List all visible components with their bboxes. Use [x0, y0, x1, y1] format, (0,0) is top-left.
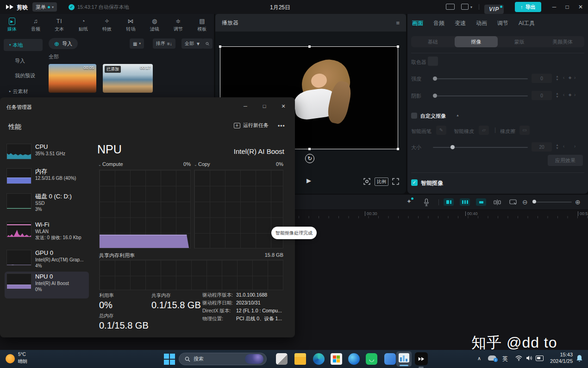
- mouse-mode-icon[interactable]: [509, 199, 517, 205]
- tab-audio[interactable]: ♫音频: [24, 15, 47, 34]
- speaker-icon[interactable]: [526, 355, 532, 361]
- stepper-icon[interactable]: ▲▼: [556, 143, 559, 150]
- browser-icon[interactable]: [348, 353, 360, 365]
- search-button[interactable]: [202, 38, 213, 49]
- color-picker-swatch[interactable]: [428, 57, 438, 66]
- menu-button[interactable]: 菜单▾: [32, 2, 57, 12]
- sidebar-item-presets[interactable]: 我的预设: [4, 70, 43, 82]
- tab-sticker[interactable]: ◔贴纸: [71, 15, 95, 34]
- ime-indicator[interactable]: 英: [502, 355, 508, 363]
- fit-view-icon[interactable]: [363, 178, 370, 185]
- tm-minimize-button[interactable]: ─: [238, 100, 252, 112]
- bell-icon[interactable]: [576, 355, 583, 362]
- zoom-out-icon[interactable]: ⊖: [522, 198, 528, 206]
- add-keyframe-icon[interactable]: ◆: [569, 93, 571, 97]
- zoom-in-icon[interactable]: ⊕: [575, 198, 581, 206]
- edge-icon[interactable]: [313, 353, 325, 365]
- magic-wand-icon[interactable]: ✦: [407, 198, 412, 205]
- weather-temp[interactable]: 5°C: [18, 352, 26, 357]
- tm-maximize-button[interactable]: □: [257, 100, 271, 112]
- strength-value[interactable]: 0: [532, 74, 552, 83]
- split-icon[interactable]: [494, 199, 501, 205]
- tab-adjust-props[interactable]: 调节: [497, 19, 508, 27]
- zoom-slider-handle[interactable]: [532, 200, 536, 203]
- mic-icon[interactable]: [424, 198, 429, 206]
- selection-handle[interactable]: [397, 45, 399, 48]
- prev-keyframe-icon[interactable]: ‹: [563, 75, 564, 80]
- export-button[interactable]: ↑导出: [515, 2, 541, 12]
- prev-keyframe-icon[interactable]: ‹: [563, 92, 564, 97]
- capcut-taskbar-button[interactable]: [415, 352, 428, 365]
- smart-eraser-icon[interactable]: ▱: [479, 126, 489, 135]
- next-keyframe-icon[interactable]: ›: [574, 144, 575, 149]
- apply-effect-button[interactable]: 应用效果: [548, 155, 583, 166]
- tray-date[interactable]: 2024/1/25: [549, 358, 573, 364]
- device-wifi[interactable]: Wi-FiWLAN发送: 0 接收: 16.0 Kbp: [5, 220, 89, 247]
- fullscreen-icon[interactable]: [392, 178, 399, 185]
- vip-button[interactable]: VIP: [484, 5, 504, 14]
- tab-picture[interactable]: 画面: [412, 19, 423, 27]
- tab-filter[interactable]: ◍滤镜: [143, 15, 166, 34]
- chevron-up-icon[interactable]: ∧: [477, 355, 481, 362]
- device-gpu[interactable]: GPU 0Intel(R) Arc(TM) Grap...4%: [5, 248, 89, 275]
- slider-handle[interactable]: [433, 94, 437, 98]
- sort-button[interactable]: 排序≡↓: [153, 38, 175, 49]
- zoom-slider[interactable]: [532, 202, 572, 203]
- run-new-task-button[interactable]: ⊕ 运行新任务: [234, 122, 269, 129]
- tab-adjust[interactable]: ≑调节: [166, 15, 190, 34]
- task-view-icon[interactable]: [276, 353, 288, 365]
- search-box[interactable]: 搜索: [179, 353, 267, 365]
- device-disk[interactable]: 磁盘 0 (C: D:)SSD3%: [5, 191, 89, 218]
- smart-matting-checkbox[interactable]: ✓: [411, 179, 418, 186]
- window-maximize-button[interactable]: □: [561, 0, 574, 14]
- window-minimize-button[interactable]: ─: [548, 0, 561, 14]
- selection-handle[interactable]: [308, 45, 311, 48]
- size-value[interactable]: 20: [532, 142, 552, 152]
- window-close-button[interactable]: ✕: [574, 0, 587, 14]
- sidebar-item-local[interactable]: ▾本地: [4, 39, 43, 51]
- ratio-button[interactable]: 比例: [375, 178, 388, 186]
- ellipsis-icon[interactable]: •••: [278, 123, 285, 129]
- slider-handle[interactable]: [450, 145, 455, 149]
- size-slider[interactable]: [433, 147, 528, 148]
- custom-matting-checkbox[interactable]: [411, 113, 417, 119]
- onedrive-cloud-icon[interactable]: i: [488, 355, 496, 361]
- shadow-value[interactable]: 0: [532, 91, 552, 100]
- task-manager-taskbar-button[interactable]: [396, 351, 412, 367]
- add-keyframe-icon[interactable]: ◆: [569, 76, 571, 80]
- filter-button[interactable]: 全部▼: [181, 38, 204, 49]
- selection-handle[interactable]: [308, 148, 311, 150]
- stepper-icon[interactable]: ▲▼: [556, 75, 559, 81]
- start-icon[interactable]: [164, 354, 175, 365]
- import-button[interactable]: ⊕导入: [49, 38, 78, 49]
- preview-axis-toggle-icon[interactable]: [476, 198, 486, 206]
- tab-transition[interactable]: ⋈转场: [119, 15, 143, 34]
- device-cpu[interactable]: CPU35% 3.51 GHz: [5, 142, 89, 165]
- collapse-caret-icon[interactable]: ▲: [456, 114, 459, 117]
- weather-sun-icon[interactable]: [6, 354, 15, 363]
- view-mode-button[interactable]: ▦▾: [130, 38, 144, 49]
- tab-audio-props[interactable]: 音频: [433, 19, 444, 27]
- device-npu[interactable]: NPU 0Intel(R) AI Boost0%: [5, 272, 89, 298]
- play-button[interactable]: ▶: [307, 177, 311, 184]
- weather-desc[interactable]: 晴朗: [18, 358, 27, 365]
- eraser-icon[interactable]: ▭: [519, 126, 530, 135]
- linkage-toggle-icon[interactable]: [460, 198, 470, 206]
- keyboard-shortcuts-icon[interactable]: [446, 4, 455, 10]
- tab-effects[interactable]: ✧特效: [95, 15, 119, 34]
- tab-speed[interactable]: 变速: [455, 19, 466, 27]
- selection-handle[interactable]: [219, 45, 221, 48]
- strength-slider[interactable]: [433, 78, 528, 79]
- selection-handle[interactable]: [397, 148, 399, 150]
- subtab-basic[interactable]: 基础: [411, 36, 455, 47]
- copy-series-label[interactable]: ⌄ Copy: [194, 161, 210, 167]
- tm-performance-tab[interactable]: 性能: [8, 123, 21, 131]
- prev-keyframe-icon[interactable]: ‹: [563, 144, 564, 149]
- next-keyframe-icon[interactable]: ›: [574, 75, 575, 80]
- cast-icon[interactable]: [536, 355, 544, 361]
- blue-app-icon[interactable]: [384, 353, 396, 365]
- stepper-icon[interactable]: ▲▼: [556, 92, 559, 98]
- green-app-icon[interactable]: ◡: [366, 353, 377, 365]
- hamburger-icon[interactable]: ≡: [396, 19, 400, 26]
- media-clip-2[interactable]: 已添加 00:17: [103, 64, 153, 93]
